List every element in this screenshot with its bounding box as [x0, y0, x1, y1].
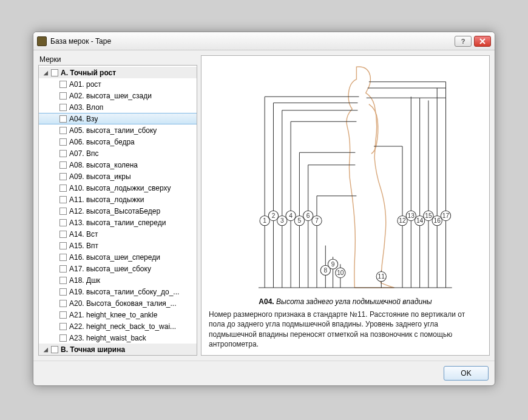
tree-item-label: A20. Высота_боковая_талия_...	[69, 299, 177, 308]
tree-item[interactable]: A14. Вст	[39, 228, 197, 240]
dialog-window: База мерок - Tape ? Мерки ◢A. Точный рос…	[33, 32, 495, 386]
measurement-diagram: 1234567891011121314151617	[208, 59, 483, 295]
tree-item[interactable]: A23. height_waist_back	[39, 332, 197, 344]
checkbox[interactable]	[59, 288, 67, 296]
checkbox[interactable]	[59, 115, 67, 123]
tree-item-label: A04. Взу	[69, 115, 98, 123]
checkbox[interactable]	[59, 334, 67, 342]
marker-label: 13	[408, 212, 415, 219]
checkbox[interactable]	[59, 208, 67, 215]
tree-item[interactable]: A03. Влоп	[39, 101, 197, 113]
ok-button[interactable]: OK	[444, 366, 489, 381]
checkbox[interactable]	[59, 231, 67, 238]
checkbox[interactable]	[59, 323, 67, 330]
checkbox[interactable]	[59, 185, 67, 192]
marker-label: 10	[337, 269, 344, 276]
measurement-description: Номер размерного признака в стандарте №1…	[208, 310, 483, 351]
marker-label: 14	[416, 217, 424, 224]
tree-item[interactable]: A06. высота_бедра	[39, 136, 197, 147]
tree-item[interactable]: A17. высота_шеи_сбоку	[39, 263, 197, 274]
tree-item-label: A21. height_knee_to_ankle	[69, 311, 157, 319]
marker-label: 15	[425, 212, 432, 219]
checkbox[interactable]	[59, 265, 67, 273]
tree-item[interactable]: A02. высота_шеи_сзади	[39, 90, 197, 101]
tree-item-label: A09. высота_икры	[69, 172, 131, 181]
tree-item[interactable]: A08. высота_колена	[39, 159, 197, 171]
tree-item[interactable]: A19. высота_талии_сбоку_до_...	[39, 286, 197, 297]
tree-item[interactable]: A04. Взу	[39, 113, 197, 124]
marker-label: 3	[280, 217, 284, 224]
checkbox[interactable]	[59, 219, 67, 226]
tree-item[interactable]: A20. Высота_боковая_талия_...	[39, 297, 197, 309]
tree-item-label: A10. высота_лодыжки_сверху	[69, 184, 171, 192]
checkbox[interactable]	[51, 69, 58, 76]
marker-label: 2	[272, 212, 276, 219]
checkbox[interactable]	[59, 161, 67, 169]
help-button[interactable]: ?	[455, 36, 472, 47]
tree-group-B[interactable]: ◢B. Точная ширина	[39, 344, 197, 355]
checkbox[interactable]	[59, 311, 67, 319]
tree-item-label: A14. Вст	[69, 230, 98, 239]
expander-icon: ◢	[42, 70, 49, 76]
tree-item[interactable]: A09. высота_икры	[39, 171, 197, 182]
checkbox[interactable]	[59, 92, 67, 100]
tree-item[interactable]: A05. высота_талии_сбоку	[39, 124, 197, 136]
titlebar: База мерок - Tape ?	[33, 32, 495, 50]
tree-item[interactable]: A10. высота_лодыжки_сверху	[39, 182, 197, 194]
tree-item-label: A16. высота_шеи_спереди	[69, 253, 160, 262]
marker-label: 16	[434, 217, 441, 224]
measurements-tree-scroll[interactable]: ◢A. Точный ростA01. ростA02. высота_шеи_…	[38, 65, 197, 356]
expander-icon: ◢	[42, 347, 49, 353]
tree-item-label: A22. height_neck_back_to_wai...	[69, 322, 176, 331]
diagram-caption: A04. Высота заднего угла подмышечной впа…	[208, 295, 483, 310]
tree-item-label: A12. высота_ВысотаБедер	[69, 207, 160, 215]
close-icon	[479, 38, 486, 44]
tree-group-label: A. Точный рост	[61, 69, 116, 77]
checkbox[interactable]	[59, 277, 67, 284]
checkbox[interactable]	[59, 196, 67, 203]
tree-item[interactable]: A12. высота_ВысотаБедер	[39, 205, 197, 217]
marker-label: 5	[298, 217, 302, 224]
checkbox[interactable]	[59, 300, 67, 307]
tree-item[interactable]: A21. height_knee_to_ankle	[39, 309, 197, 320]
tree-group-label: B. Точная ширина	[61, 345, 125, 354]
dialog-buttons: OK	[33, 361, 495, 385]
tree-item[interactable]: A01. рост	[39, 78, 197, 90]
checkbox[interactable]	[59, 81, 67, 88]
tree-item[interactable]: A13. высота_талии_спереди	[39, 217, 197, 228]
tree-item-label: A03. Влоп	[69, 103, 103, 112]
marker-label: 1	[263, 217, 266, 224]
detail-panel: 1234567891011121314151617 A04. Высота за…	[201, 55, 490, 356]
tree-item-label: A02. высота_шеи_сзади	[69, 92, 152, 100]
tree-group-A[interactable]: ◢A. Точный рост	[39, 67, 197, 78]
checkbox[interactable]	[59, 173, 67, 180]
tree-item[interactable]: B01. ширина_плечей	[39, 355, 197, 356]
checkbox[interactable]	[59, 138, 67, 146]
tree-item[interactable]: A22. height_neck_back_to_wai...	[39, 320, 197, 332]
checkbox[interactable]	[59, 104, 67, 111]
measurements-label: Мерки	[38, 55, 197, 64]
checkbox[interactable]	[59, 127, 67, 134]
tree-item-label: A08. высота_колена	[69, 161, 138, 169]
tree-item[interactable]: A16. высота_шеи_спереди	[39, 251, 197, 263]
checkbox[interactable]	[59, 254, 67, 261]
measurements-panel: Мерки ◢A. Точный ростA01. ростA02. высот…	[38, 55, 197, 356]
close-button[interactable]	[474, 36, 491, 47]
tree-item[interactable]: A07. Впс	[39, 147, 197, 159]
measurements-tree: ◢A. Точный ростA01. ростA02. высота_шеи_…	[39, 66, 197, 356]
tree-item[interactable]: A15. Впт	[39, 240, 197, 251]
tree-item-label: A07. Впс	[69, 149, 99, 158]
checkbox[interactable]	[51, 346, 58, 353]
checkbox[interactable]	[59, 150, 67, 157]
tree-item-label: A19. высота_талии_сбоку_до_...	[69, 288, 179, 296]
tree-item[interactable]: A11. высота_лодыжки	[39, 194, 197, 205]
caption-text: Высота заднего угла подмышечной впадины	[276, 297, 432, 306]
tree-item-label: A06. высота_бедра	[69, 138, 135, 146]
checkbox[interactable]	[59, 242, 67, 249]
window-controls: ?	[455, 36, 491, 47]
tree-item[interactable]: A18. Дшк	[39, 274, 197, 286]
tree-item-label: A18. Дшк	[69, 276, 100, 285]
marker-label: 12	[399, 217, 406, 224]
tree-item-label: A13. высота_талии_спереди	[69, 218, 166, 227]
app-icon	[37, 36, 47, 46]
